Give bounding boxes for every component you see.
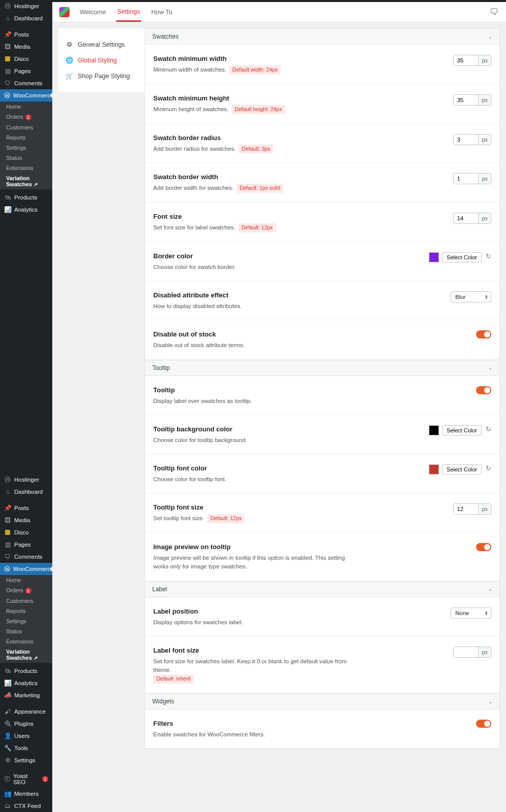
- nav-pages-2[interactable]: ▤Pages: [0, 538, 52, 551]
- wc-sub-settings-2[interactable]: Settings: [0, 616, 52, 626]
- nav-comments[interactable]: 🗨Comments: [0, 77, 52, 89]
- plugin-logo-icon: [59, 7, 70, 17]
- wc-sub-variation-swatches[interactable]: Variation Swatches↗: [0, 173, 52, 189]
- users-icon: 👤: [4, 732, 11, 739]
- row-title: Swatch border width: [153, 173, 361, 181]
- nav-members[interactable]: 👥Members: [0, 788, 52, 800]
- nav-posts-2[interactable]: 📌Posts: [0, 502, 52, 514]
- select-color-button[interactable]: Select Color: [442, 252, 482, 262]
- section-label[interactable]: Label⌄: [145, 581, 499, 597]
- wc-sub-orders[interactable]: Orders1: [0, 112, 52, 122]
- external-link-icon: ↗: [33, 182, 38, 187]
- nav-posts[interactable]: 📌Posts: [0, 28, 52, 41]
- pin-icon: 📌: [4, 504, 11, 512]
- nav-woocommerce-2[interactable]: ⓌWooCommerce: [0, 563, 52, 575]
- media-icon: 🖾: [4, 43, 11, 50]
- wc-sub-home-2[interactable]: Home: [0, 575, 52, 585]
- wc-sub-status-2[interactable]: Status: [0, 626, 52, 636]
- wc-sub-extensions[interactable]: Extensions: [0, 163, 52, 173]
- input-min-height[interactable]: [454, 95, 478, 105]
- hint-badge: Default: inherit: [153, 674, 194, 684]
- tab-howto[interactable]: How To: [150, 4, 173, 21]
- color-swatch[interactable]: [429, 252, 439, 262]
- row-image-preview: Image preview on tooltip Image preview w…: [145, 533, 499, 581]
- nav-dashboard-2[interactable]: ⌂Dashboard: [0, 486, 52, 498]
- select-label-position[interactable]: None▴▾: [451, 607, 491, 619]
- input-min-width[interactable]: [454, 55, 478, 65]
- nav-general-settings[interactable]: ⚙General Settings: [58, 37, 145, 52]
- unit-label: px: [478, 174, 491, 184]
- nav-hostinger-2[interactable]: ⒽHostinger: [0, 473, 52, 486]
- wc-sub-extensions-2[interactable]: Extensions: [0, 636, 52, 647]
- input-border-radius[interactable]: [454, 134, 478, 145]
- input-border-width[interactable]: [454, 174, 478, 184]
- nav-disco[interactable]: Disco: [0, 53, 52, 65]
- toggle-tooltip[interactable]: [476, 386, 491, 394]
- media-icon: 🖾: [4, 517, 11, 524]
- yoast-icon: Ⓨ: [4, 775, 10, 783]
- nav-hostinger[interactable]: ⒽHostinger: [0, 0, 52, 12]
- nav-disco-2[interactable]: Disco: [0, 526, 52, 538]
- nav-media-2[interactable]: 🖾Media: [0, 514, 52, 526]
- cart-icon: 🛒: [65, 72, 74, 80]
- nav-analytics[interactable]: 📊Analytics: [0, 204, 52, 216]
- input-tooltip-font-size[interactable]: [454, 504, 478, 514]
- nav-ctx-feed[interactable]: 🗂CTX Feed: [0, 800, 52, 812]
- tab-welcome[interactable]: Welcome: [79, 4, 107, 21]
- nav-users[interactable]: 👤Users: [0, 730, 52, 742]
- help-icon[interactable]: 🗨: [490, 7, 499, 17]
- input-font-size[interactable]: [454, 213, 478, 223]
- select-color-button[interactable]: Select Color: [442, 464, 482, 475]
- wc-sub-reports-2[interactable]: Reports: [0, 606, 52, 616]
- input-label-font-size[interactable]: [454, 647, 478, 657]
- nav-media[interactable]: 🖾Media: [0, 41, 52, 53]
- nav-dashboard[interactable]: ⌂Dashboard: [0, 12, 52, 24]
- marketing-icon: 📣: [4, 692, 11, 699]
- nav-settings-main[interactable]: ⚙Settings: [0, 754, 52, 766]
- section-tooltip[interactable]: Tooltip⌄: [145, 360, 499, 376]
- nav-analytics-2[interactable]: 📊Analytics: [0, 677, 52, 689]
- nav-shop-page-styling[interactable]: 🛒Shop Page Styling: [58, 68, 145, 84]
- wc-sub-settings[interactable]: Settings: [0, 143, 52, 153]
- nav-tools[interactable]: 🔧Tools: [0, 742, 52, 754]
- row-desc: Display label over swatches as tooltip.: [153, 397, 361, 405]
- nav-pages[interactable]: ▤Pages: [0, 65, 52, 77]
- nav-woocommerce[interactable]: ⓌWooCommerce: [0, 89, 52, 101]
- tab-settings[interactable]: Settings: [116, 3, 141, 22]
- reset-icon[interactable]: ↻: [486, 252, 491, 260]
- row-desc: Set font size for label swatches.Default…: [153, 223, 361, 232]
- wc-sub-variation-swatches-2[interactable]: Variation Swatches↗: [0, 647, 52, 663]
- wc-sub-reports[interactable]: Reports: [0, 132, 52, 143]
- nav-yoast[interactable]: ⓎYoast SEO1: [0, 770, 52, 788]
- nav-comments-2[interactable]: 🗨Comments: [0, 551, 52, 563]
- toggle-filters[interactable]: [476, 720, 491, 728]
- select-color-button[interactable]: Select Color: [442, 425, 482, 435]
- nav-products-2[interactable]: 🛍Products: [0, 665, 52, 677]
- row-swatch-min-width: Swatch minimum width Minimum width of sw…: [145, 45, 499, 84]
- toggle-image-preview[interactable]: [476, 543, 491, 551]
- wc-sub-home[interactable]: Home: [0, 101, 52, 112]
- chevron-down-icon: ⌄: [488, 365, 492, 370]
- row-desc: How to display disabled attributes.: [153, 302, 361, 311]
- nav-marketing[interactable]: 📣Marketing: [0, 689, 52, 701]
- wc-sub-orders-2[interactable]: Orders1: [0, 585, 52, 596]
- color-swatch[interactable]: [429, 464, 439, 475]
- row-swatch-min-height: Swatch minimum height Minimum height of …: [145, 84, 499, 124]
- wc-sub-customers-2[interactable]: Customers: [0, 596, 52, 606]
- reset-icon[interactable]: ↻: [486, 425, 491, 433]
- section-widgets[interactable]: Widgets⌄: [145, 693, 499, 709]
- row-title: Label position: [153, 607, 361, 615]
- wc-sub-customers[interactable]: Customers: [0, 122, 52, 132]
- toggle-disable-oos[interactable]: [476, 330, 491, 339]
- wc-sub-status[interactable]: Status: [0, 153, 52, 163]
- nav-plugins[interactable]: 🔌Plugins: [0, 718, 52, 730]
- section-swatches[interactable]: Swatches⌄: [145, 29, 499, 45]
- reset-icon[interactable]: ↻: [486, 464, 491, 472]
- select-disabled-effect[interactable]: Blur▴▾: [451, 291, 491, 302]
- sidebar-group-top: ⒽHostinger ⌂Dashboard: [0, 0, 52, 24]
- nav-products[interactable]: 🛍Products: [0, 191, 52, 204]
- row-desc: Minimum width of swatches.Default width:…: [153, 65, 361, 75]
- nav-global-styling[interactable]: 🌐Global Styling: [58, 52, 145, 68]
- color-swatch[interactable]: [429, 425, 439, 435]
- nav-appearance[interactable]: 🖌Appearance: [0, 705, 52, 718]
